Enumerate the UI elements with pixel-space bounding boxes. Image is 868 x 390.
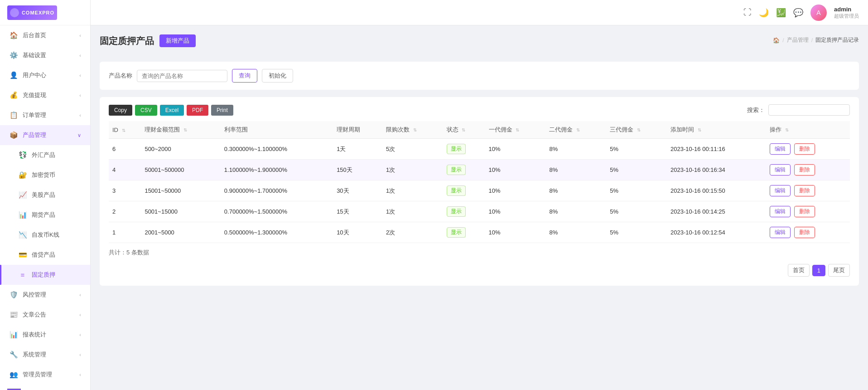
fixed-pledge-icon: = [18, 270, 27, 279]
edit-button[interactable]: 编辑 [770, 185, 791, 196]
page-title: 固定质押产品 [100, 35, 154, 47]
nav-borrow[interactable]: 💳 借贷产品 [0, 245, 90, 265]
cell-action: 编辑 删除 [766, 222, 850, 243]
cell-c3: 5% [606, 222, 667, 243]
articles-icon: 📰 [9, 310, 18, 319]
copy-button[interactable]: Copy [109, 105, 132, 116]
nav-articles[interactable]: 📰 文章公告 ‹ [0, 305, 90, 325]
nav-risk[interactable]: 🛡️ 风控管理 ‹ [0, 285, 90, 305]
sort-time[interactable]: ⇅ [698, 127, 701, 132]
pdf-button[interactable]: PDF [187, 105, 208, 116]
excel-button[interactable]: Excel [160, 105, 184, 116]
cell-time: 2023-10-16 00:11:16 [667, 139, 766, 160]
arrow-icon-finance: ‹ [79, 93, 81, 98]
nav-reports[interactable]: 📊 报表统计 ‹ [0, 325, 90, 345]
col-commission1: 一代佣金 ⇅ [485, 121, 546, 139]
moon-icon[interactable]: 🌙 [759, 8, 769, 18]
sort-amount[interactable]: ⇅ [183, 127, 187, 132]
arrow-icon-articles: ‹ [79, 312, 81, 317]
table-row: 6 500~2000 0.300000%~1.100000% 1天 5次 显示 … [109, 139, 850, 160]
nav-forex[interactable]: 💱 外汇产品 [0, 145, 90, 165]
init-button[interactable]: 初始化 [262, 69, 293, 83]
cell-period: 30天 [333, 180, 382, 201]
breadcrumb-home-icon[interactable]: 🏠 [773, 37, 780, 44]
last-page-button[interactable]: 尾页 [828, 264, 850, 277]
edit-button[interactable]: 编辑 [770, 143, 791, 155]
query-button[interactable]: 查询 [232, 69, 257, 83]
arrow-icon-users: ‹ [79, 73, 81, 78]
search-input[interactable] [137, 70, 227, 82]
nav-system[interactable]: 🔧 系统管理 ‹ [0, 345, 90, 365]
settings-icon: ⚙️ [9, 51, 18, 60]
nav-admins[interactable]: 👥 管理员管理 ‹ [0, 365, 90, 385]
nav-dashboard[interactable]: 🏠 后台首页 ‹ [0, 25, 90, 45]
nav-crypto[interactable]: 🔐 加密货币 [0, 165, 90, 185]
message-icon[interactable]: 💬 [793, 8, 803, 18]
cell-c1: 10% [485, 139, 546, 160]
nav-futures[interactable]: 📊 期货产品 [0, 205, 90, 225]
table-row: 4 50001~500000 1.100000%~1.900000% 150天 … [109, 160, 850, 180]
nav-us-stocks[interactable]: 📈 美股产品 [0, 185, 90, 205]
cell-rate-range: 0.700000%~1.500000% [221, 201, 333, 222]
sort-status[interactable]: ⇅ [462, 127, 465, 132]
sort-c1[interactable]: ⇅ [516, 127, 519, 132]
delete-button[interactable]: 删除 [794, 185, 815, 196]
nav-orders[interactable]: 📋 订单管理 ‹ [0, 105, 90, 125]
avatar: A [810, 5, 827, 21]
search-bar: 产品名称 查询 初始化 [100, 62, 859, 90]
nav-settings[interactable]: ⚙️ 基础设置 ‹ [0, 45, 90, 65]
edit-button[interactable]: 编辑 [770, 227, 791, 238]
logo-text: COMEXPRO [22, 10, 54, 15]
delete-button[interactable]: 删除 [794, 206, 815, 217]
currency-icon[interactable]: 💹 [776, 8, 786, 18]
orders-icon: 📋 [9, 111, 18, 120]
data-table: ID ⇅ 理财金额范围 ⇅ 利率范围 理财周期 [109, 121, 850, 243]
cell-time: 2023-10-16 00:16:34 [667, 160, 766, 180]
fullscreen-icon[interactable]: ⛶ [743, 8, 752, 17]
sort-c2[interactable]: ⇅ [576, 127, 580, 132]
edit-button[interactable]: 编辑 [770, 206, 791, 217]
add-product-button[interactable]: 新增产品 [159, 34, 196, 47]
col-action: 操作 ⇅ [766, 121, 850, 139]
main-content: ⛶ 🌙 💹 💬 A admin 超级管理员 固定质押产品 新增产品 🏠 / 产品… [91, 0, 868, 390]
csv-button[interactable]: CSV [135, 105, 157, 116]
arrow-icon-orders: ‹ [79, 112, 81, 118]
sort-limit[interactable]: ⇅ [413, 127, 417, 132]
cell-action: 编辑 删除 [766, 139, 850, 160]
edit-button[interactable]: 编辑 [770, 164, 791, 176]
cell-id: 3 [109, 180, 141, 201]
page-title-row: 固定质押产品 新增产品 [100, 34, 196, 47]
col-status: 状态 ⇅ [443, 121, 485, 139]
nav-users[interactable]: 👤 用户中心 ‹ [0, 65, 90, 85]
delete-button[interactable]: 删除 [794, 164, 815, 176]
sort-id[interactable]: ⇅ [122, 128, 125, 133]
cell-c3: 5% [606, 139, 667, 160]
breadcrumb-item1: 产品管理 [787, 36, 809, 44]
cell-limit: 2次 [382, 222, 443, 243]
cell-c2: 8% [545, 160, 606, 180]
user-info: admin 超级管理员 [834, 6, 859, 20]
nav-products[interactable]: 📦 产品管理 ∨ [0, 125, 90, 145]
nav-finance[interactable]: 💰 充值提现 ‹ [0, 85, 90, 105]
table-toolbar: Copy CSV Excel PDF Print 搜索： [109, 104, 850, 116]
print-button[interactable]: Print [211, 105, 233, 116]
sort-c3[interactable]: ⇅ [637, 127, 641, 132]
first-page-button[interactable]: 首页 [788, 264, 810, 277]
table-search-input[interactable] [768, 104, 850, 116]
sort-action[interactable]: ⇅ [785, 127, 789, 132]
crypto-icon: 🔐 [18, 171, 27, 180]
cell-limit: 5次 [382, 139, 443, 160]
col-commission3: 三代佣金 ⇅ [606, 121, 667, 139]
user-role: 超级管理员 [834, 13, 859, 20]
delete-button[interactable]: 删除 [794, 227, 815, 238]
nav-fixed-pledge[interactable]: = 固定质押 [0, 265, 90, 285]
sidebar: COMEXPRO 🏠 后台首页 ‹ ⚙️ 基础设置 ‹ 👤 用户中心 ‹ 💰 充… [0, 0, 91, 390]
cell-id: 1 [109, 222, 141, 243]
sidebar-logo: COMEXPRO [0, 0, 90, 25]
delete-button[interactable]: 删除 [794, 143, 815, 155]
nav-kline[interactable]: 📉 自发币K线 [0, 225, 90, 245]
cell-limit: 1次 [382, 180, 443, 201]
cell-time: 2023-10-16 00:15:50 [667, 180, 766, 201]
breadcrumb-current: 固定质押产品记录 [815, 36, 859, 44]
page-1-button[interactable]: 1 [812, 265, 825, 276]
